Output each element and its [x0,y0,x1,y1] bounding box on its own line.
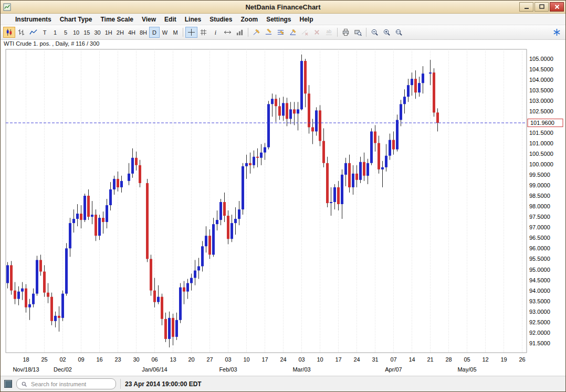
toolbar-separator [366,28,366,37]
svg-text:12: 12 [482,356,488,363]
toolbar-separator [183,28,183,37]
volume-button[interactable] [234,27,246,38]
timescale-1m-button[interactable]: 1 [50,27,60,38]
svg-text:18: 18 [23,356,29,363]
timescale-monthly-button[interactable]: M [170,27,181,38]
print-preview-button[interactable] [352,27,364,38]
svg-text:98.5000: 98.5000 [529,193,550,199]
horizontal-line-button[interactable] [263,27,275,38]
svg-text:27: 27 [206,356,213,363]
print-icon [342,28,350,36]
bar-chart-button[interactable] [15,27,27,38]
trend-line-pencil-icon [253,28,260,36]
angle-line-button[interactable] [287,27,299,38]
menu-item-instruments[interactable]: Instruments [11,15,56,24]
svg-text:07: 07 [390,356,396,363]
grid-button[interactable] [197,27,209,38]
menu-item-settings[interactable]: Settings [262,15,295,24]
app-icon [3,3,11,11]
svg-text:103.5000: 103.5000 [529,87,553,93]
svg-text:105.0000: 105.0000 [529,56,553,62]
zoom-out-button[interactable] [369,27,381,38]
svg-text:20: 20 [188,356,194,363]
svg-text:98.0000: 98.0000 [529,203,550,209]
menu-item-zoom[interactable]: Zoom [236,15,262,24]
menu-item-chart-type[interactable]: Chart Type [56,15,97,24]
volume-icon [236,28,244,36]
timescale-5m-button[interactable]: 5 [60,27,71,38]
crosshair-button[interactable] [185,27,197,38]
search-input[interactable] [30,380,111,388]
timescale-daily-button[interactable]: D [149,27,160,38]
search-box[interactable] [16,378,116,389]
svg-text:Dec/02: Dec/02 [54,366,72,373]
trend-line-button[interactable] [250,27,263,38]
line-chart-icon [29,28,37,36]
menu-item-edit[interactable]: Edit [160,15,181,24]
svg-text:09: 09 [78,356,84,363]
svg-text:92.0000: 92.0000 [529,330,550,336]
zoom-fit-button[interactable] [393,27,405,38]
menu-item-view[interactable]: View [138,15,160,24]
svg-text:ab: ab [327,29,332,34]
minimize-icon [523,4,530,10]
svg-text:101.0000: 101.0000 [529,140,553,146]
menu-item-time-scale[interactable]: Time Scale [96,15,137,24]
time-axis[interactable]: 1825020916233006132027031017240310172431… [13,356,525,373]
fibonacci-pencil-icon [277,28,285,36]
menu-item-studies[interactable]: Studies [205,15,236,24]
connection-status-button[interactable] [551,27,563,38]
timescale-tick-button[interactable]: T [39,27,50,38]
svg-text:94.5000: 94.5000 [529,277,550,283]
statusbar-divider [120,379,121,389]
delete-cross-icon [313,28,321,36]
menu-item-lines[interactable]: Lines [181,15,205,24]
svg-text:10: 10 [243,356,249,363]
svg-text:24: 24 [353,356,360,363]
title-bar[interactable]: NetDania FinanceChart [1,1,565,14]
candlestick-icon [5,28,13,36]
svg-text:17: 17 [261,356,268,363]
svg-text:101.5000: 101.5000 [529,130,553,136]
timescale-10m-button[interactable]: 10 [71,27,81,38]
info-button[interactable]: i [209,27,222,38]
zoom-in-icon [383,28,391,36]
svg-text:16: 16 [96,356,102,363]
svg-text:103.0000: 103.0000 [529,98,553,104]
menu-item-help[interactable]: Help [295,15,317,24]
fibonacci-button[interactable] [275,27,287,38]
timescale-30m-button[interactable]: 30 [92,27,103,38]
window-controls [518,2,564,12]
price-chart[interactable]: 105.0000104.5000104.0000103.5000103.0000… [1,40,565,376]
minimize-button[interactable] [519,2,533,12]
svg-text:101.9600: 101.9600 [530,120,554,126]
svg-text:94.0000: 94.0000 [529,288,550,294]
line-labels-button[interactable]: ab [323,27,335,38]
line-chart-button[interactable] [27,27,39,38]
svg-text:92.5000: 92.5000 [529,319,550,325]
instrument-list-icon[interactable] [4,380,12,388]
current-price-label: 101.9600 [528,119,563,127]
print-button[interactable] [340,27,352,38]
svg-text:91.5000: 91.5000 [529,340,550,346]
svg-text:21: 21 [427,356,433,363]
zoom-in-button[interactable] [381,27,393,38]
toolbar-separator [337,28,338,37]
timescale-2h-button[interactable]: 2H [114,27,126,38]
close-button[interactable] [550,2,564,12]
timescale-1h-button[interactable]: 1H [103,27,114,38]
remove-line-button[interactable] [299,27,311,38]
search-icon [21,381,27,387]
price-axis[interactable]: 105.0000104.5000104.0000103.5000103.0000… [529,56,553,346]
timescale-4h-button[interactable]: 4H [126,27,138,38]
close-icon [554,4,560,10]
delete-all-lines-button[interactable] [311,27,323,38]
candlestick-chart-button[interactable] [3,27,15,38]
timescale-15m-button[interactable]: 15 [81,27,92,38]
timescale-8h-button[interactable]: 8H [138,27,149,38]
svg-text:100.5000: 100.5000 [529,151,553,157]
scroll-chart-button[interactable] [222,27,234,38]
svg-text:97.5000: 97.5000 [529,214,550,220]
timescale-weekly-button[interactable]: W [160,27,170,38]
maximize-button[interactable] [534,2,549,12]
